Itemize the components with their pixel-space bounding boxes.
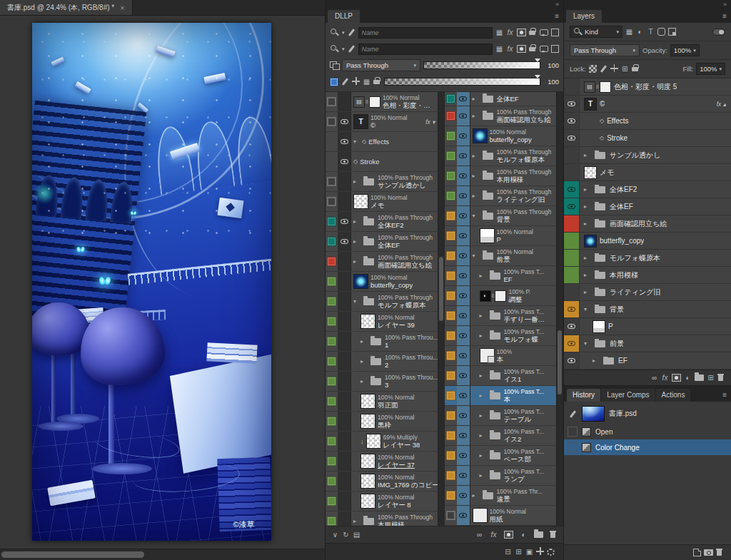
fx-icon[interactable]: fx: [506, 28, 514, 37]
fx-icon[interactable]: fx: [661, 373, 669, 382]
smart-icon[interactable]: [668, 28, 676, 36]
layer-row[interactable]: T©fx ▴: [564, 96, 731, 113]
link-icon[interactable]: ∞: [650, 373, 658, 382]
layer-row[interactable]: ▾背景: [564, 301, 731, 318]
layer-row[interactable]: 100% Normal羽正面: [326, 392, 438, 412]
folder-icon[interactable]: [534, 531, 543, 538]
visibility-toggle[interactable]: [338, 252, 351, 271]
expander-icon[interactable]: ▸: [480, 332, 486, 339]
visibility-toggle[interactable]: [564, 198, 580, 215]
tab-layers[interactable]: Layers: [566, 10, 602, 23]
visibility-toggle[interactable]: [457, 266, 470, 285]
visibility-toggle[interactable]: [564, 267, 580, 283]
layer-row[interactable]: ▸100% Pass Throughサンプル透かし: [326, 172, 438, 192]
visibility-toggle[interactable]: [457, 406, 470, 425]
layer-row[interactable]: ▸100% Pass T...イス2: [445, 426, 557, 446]
history-state[interactable]: Color Change: [564, 439, 731, 455]
visibility-toggle[interactable]: [564, 181, 580, 198]
layer-row[interactable]: ▾100% Normal前景: [445, 246, 557, 266]
visibility-toggle[interactable]: [338, 352, 351, 371]
visibility-toggle[interactable]: [338, 192, 351, 211]
visibility-toggle[interactable]: [338, 452, 351, 471]
layer-row[interactable]: ▸100% Pass Through全体EF: [326, 232, 438, 252]
layer-row[interactable]: ▸100% Pass T...EF: [445, 266, 557, 286]
visibility-toggle[interactable]: [338, 392, 351, 411]
expander-icon[interactable]: ▸: [361, 358, 367, 365]
mask-icon[interactable]: [504, 531, 513, 539]
color-label-box[interactable]: [327, 337, 336, 346]
color-label-box[interactable]: [446, 491, 455, 500]
visibility-toggle[interactable]: [457, 486, 470, 505]
move-icon[interactable]: [610, 64, 618, 73]
tab-layer-comps[interactable]: Layer Comps: [601, 389, 655, 402]
visibility-toggle[interactable]: [338, 292, 351, 311]
layer-row[interactable]: P: [564, 318, 731, 335]
color-label-box[interactable]: [327, 457, 336, 466]
expander-icon[interactable]: ▸: [353, 518, 360, 524]
history-source-box[interactable]: [568, 427, 578, 437]
visibility-toggle[interactable]: [338, 511, 351, 526]
visibility-toggle[interactable]: [457, 126, 470, 146]
layer-row[interactable]: ↓69% Multiplyレイヤー 38: [326, 432, 438, 452]
layer-row[interactable]: ▾前景: [564, 335, 731, 352]
panel-menu-icon[interactable]: ≡: [722, 391, 731, 399]
expander-icon[interactable]: ▸: [473, 96, 479, 102]
color-label-box[interactable]: [446, 351, 455, 360]
visibility-toggle[interactable]: [564, 130, 580, 146]
expander-icon[interactable]: ▸: [353, 218, 360, 225]
color-label-box[interactable]: [446, 411, 455, 420]
trash-icon[interactable]: [550, 530, 558, 539]
color-label-box[interactable]: [446, 211, 455, 220]
blend-mode-select[interactable]: Pass Through ▾: [342, 59, 420, 71]
collapse-icon[interactable]: ∨: [331, 530, 339, 539]
layer-row[interactable]: ▸100% Pass T...本: [445, 386, 557, 406]
layer-row[interactable]: 100% NormalP: [445, 226, 557, 246]
visibility-toggle[interactable]: [457, 326, 470, 345]
expander-icon[interactable]: ▸: [353, 258, 360, 265]
visibility-toggle[interactable]: [564, 233, 580, 249]
layer-row[interactable]: ▾◇Effects: [326, 132, 438, 152]
scrollbar-thumb[interactable]: [1, 551, 144, 558]
tab-history[interactable]: History: [567, 389, 600, 402]
layer-row[interactable]: ◇Effects: [564, 113, 731, 130]
layer-row[interactable]: ▸EF: [564, 352, 731, 370]
history-source-box[interactable]: [568, 409, 578, 419]
board-icon[interactable]: ⊞: [515, 547, 523, 556]
history-source-box[interactable]: [568, 442, 578, 452]
color-label-box[interactable]: [446, 391, 455, 400]
expander-icon[interactable]: ▾: [353, 298, 360, 305]
history-state[interactable]: Open: [564, 424, 731, 439]
layer-row[interactable]: ▸本用模様: [564, 267, 731, 284]
visibility-toggle[interactable]: [338, 92, 351, 111]
comment-icon[interactable]: [540, 29, 548, 36]
visibility-toggle[interactable]: [457, 166, 470, 185]
layer-row[interactable]: butterfly_copy: [564, 233, 731, 250]
layer-row[interactable]: ▸100% Pass T...イス1: [445, 366, 557, 386]
color-label-box[interactable]: [327, 437, 336, 446]
expander-icon[interactable]: ▸: [584, 272, 590, 278]
panel-menu-icon[interactable]: ≡: [555, 12, 563, 20]
color-label-box[interactable]: [327, 317, 336, 326]
layer-row[interactable]: ▸100% Pass T...手すり一番…: [445, 306, 557, 326]
expander-icon[interactable]: ▾: [584, 306, 590, 312]
fx-icon[interactable]: fx: [490, 530, 498, 539]
visibility-toggle[interactable]: [564, 215, 580, 232]
layer-row[interactable]: ▾100% Pass Through背景: [445, 206, 557, 226]
color-label-box[interactable]: [446, 311, 455, 320]
color-label-box[interactable]: [327, 477, 336, 486]
layer-row[interactable]: ▸100% Pass T...ベース部: [445, 446, 557, 466]
expander-icon[interactable]: ▸: [480, 472, 486, 479]
layer-row[interactable]: ▸100% Pass Throu...1: [326, 332, 438, 352]
expander-icon[interactable]: ▸: [480, 452, 486, 459]
panel-menu-icon[interactable]: ≡: [722, 12, 731, 20]
visibility-toggle[interactable]: [457, 92, 470, 106]
visibility-toggle[interactable]: [457, 226, 470, 245]
mask-icon[interactable]: [517, 29, 526, 36]
visibility-toggle[interactable]: [338, 172, 351, 191]
expander-icon[interactable]: ▸: [480, 372, 486, 379]
layer-row[interactable]: ◇Stroke: [326, 152, 438, 172]
color-label-box[interactable]: [327, 397, 336, 406]
scrollbar-thumb[interactable]: [558, 330, 562, 394]
visibility-toggle[interactable]: [457, 426, 470, 445]
layer-row[interactable]: ▸100% Pass Through画面確認用立ち絵: [445, 106, 557, 126]
